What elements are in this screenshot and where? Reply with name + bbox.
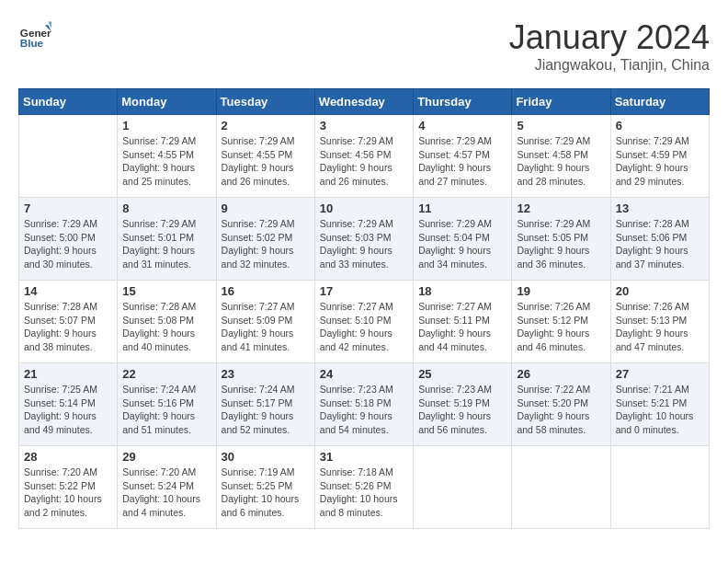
day-info: Sunrise: 7:24 AMSunset: 5:17 PMDaylight:… [222, 383, 310, 437]
day-number: 19 [517, 284, 605, 298]
weekday-header: Saturday [610, 89, 709, 115]
calendar-week-row: 14Sunrise: 7:28 AMSunset: 5:07 PMDayligh… [19, 281, 710, 363]
weekday-row: SundayMondayTuesdayWednesdayThursdayFrid… [19, 89, 710, 115]
calendar-body: 1Sunrise: 7:29 AMSunset: 4:55 PMDaylight… [19, 115, 710, 529]
day-number: 6 [616, 119, 704, 132]
day-number: 2 [222, 119, 310, 132]
day-number: 13 [616, 201, 704, 215]
day-number: 20 [616, 284, 704, 298]
calendar-cell: 30Sunrise: 7:19 AMSunset: 5:25 PMDayligh… [216, 446, 314, 529]
weekday-header: Thursday [414, 89, 512, 115]
calendar-cell: 22Sunrise: 7:24 AMSunset: 5:16 PMDayligh… [118, 363, 216, 446]
day-number: 16 [222, 284, 310, 298]
calendar-header: SundayMondayTuesdayWednesdayThursdayFrid… [19, 89, 710, 115]
calendar-week-row: 7Sunrise: 7:29 AMSunset: 5:00 PMDaylight… [19, 198, 710, 281]
day-number: 21 [24, 367, 112, 381]
calendar-cell: 8Sunrise: 7:29 AMSunset: 5:01 PMDaylight… [118, 198, 216, 281]
svg-text:Blue: Blue [20, 37, 44, 49]
day-info: Sunrise: 7:29 AMSunset: 4:57 PMDaylight:… [418, 134, 506, 189]
day-info: Sunrise: 7:26 AMSunset: 5:12 PMDaylight:… [517, 300, 605, 354]
day-info: Sunrise: 7:26 AMSunset: 5:13 PMDaylight:… [616, 300, 704, 354]
day-number: 17 [320, 284, 408, 298]
day-info: Sunrise: 7:20 AMSunset: 5:22 PMDaylight:… [24, 465, 112, 520]
calendar-cell: 9Sunrise: 7:29 AMSunset: 5:02 PMDaylight… [216, 198, 314, 281]
weekday-header: Friday [512, 89, 610, 115]
day-number: 8 [122, 201, 210, 215]
calendar-cell: 10Sunrise: 7:29 AMSunset: 5:03 PMDayligh… [314, 198, 413, 281]
day-number: 25 [418, 367, 506, 381]
calendar-cell: 20Sunrise: 7:26 AMSunset: 5:13 PMDayligh… [610, 281, 709, 363]
day-info: Sunrise: 7:25 AMSunset: 5:14 PMDaylight:… [24, 383, 112, 437]
day-info: Sunrise: 7:29 AMSunset: 5:00 PMDaylight:… [24, 217, 112, 271]
calendar-cell: 4Sunrise: 7:29 AMSunset: 4:57 PMDaylight… [414, 115, 512, 198]
calendar-cell [610, 446, 709, 529]
day-number: 12 [517, 201, 605, 215]
calendar-cell: 13Sunrise: 7:28 AMSunset: 5:06 PMDayligh… [610, 198, 709, 281]
day-info: Sunrise: 7:28 AMSunset: 5:08 PMDaylight:… [122, 300, 210, 354]
calendar-cell: 16Sunrise: 7:27 AMSunset: 5:09 PMDayligh… [216, 281, 314, 363]
day-number: 18 [418, 284, 506, 298]
calendar-cell [414, 446, 512, 529]
logo-icon: General Blue [18, 18, 51, 52]
day-info: Sunrise: 7:28 AMSunset: 5:06 PMDaylight:… [616, 217, 704, 271]
calendar-cell: 1Sunrise: 7:29 AMSunset: 4:55 PMDaylight… [118, 115, 216, 198]
day-number: 27 [616, 367, 704, 381]
day-info: Sunrise: 7:22 AMSunset: 5:20 PMDaylight:… [517, 383, 605, 437]
day-info: Sunrise: 7:27 AMSunset: 5:09 PMDaylight:… [222, 300, 310, 354]
day-number: 29 [122, 450, 210, 464]
day-info: Sunrise: 7:29 AMSunset: 5:01 PMDaylight:… [122, 217, 210, 271]
calendar-cell: 19Sunrise: 7:26 AMSunset: 5:12 PMDayligh… [512, 281, 610, 363]
calendar-cell: 23Sunrise: 7:24 AMSunset: 5:17 PMDayligh… [216, 363, 314, 446]
calendar-cell: 21Sunrise: 7:25 AMSunset: 5:14 PMDayligh… [19, 363, 118, 446]
day-info: Sunrise: 7:20 AMSunset: 5:24 PMDaylight:… [122, 465, 210, 520]
day-number: 26 [517, 367, 605, 381]
day-number: 9 [222, 201, 310, 215]
day-info: Sunrise: 7:27 AMSunset: 5:11 PMDaylight:… [418, 300, 506, 354]
calendar-cell: 17Sunrise: 7:27 AMSunset: 5:10 PMDayligh… [314, 281, 413, 363]
calendar-cell: 15Sunrise: 7:28 AMSunset: 5:08 PMDayligh… [118, 281, 216, 363]
day-number: 30 [222, 450, 310, 464]
day-number: 22 [122, 367, 210, 381]
day-number: 23 [222, 367, 310, 381]
day-number: 3 [320, 119, 408, 132]
day-number: 10 [320, 201, 408, 215]
day-info: Sunrise: 7:23 AMSunset: 5:19 PMDaylight:… [418, 383, 506, 437]
calendar-cell: 5Sunrise: 7:29 AMSunset: 4:58 PMDaylight… [512, 115, 610, 198]
calendar-cell: 28Sunrise: 7:20 AMSunset: 5:22 PMDayligh… [19, 446, 118, 529]
calendar-cell: 3Sunrise: 7:29 AMSunset: 4:56 PMDaylight… [314, 115, 413, 198]
weekday-header: Wednesday [314, 89, 413, 115]
day-info: Sunrise: 7:29 AMSunset: 4:58 PMDaylight:… [517, 134, 605, 189]
calendar-cell: 6Sunrise: 7:29 AMSunset: 4:59 PMDaylight… [610, 115, 709, 198]
day-number: 14 [24, 284, 112, 298]
calendar-week-row: 28Sunrise: 7:20 AMSunset: 5:22 PMDayligh… [19, 446, 710, 529]
calendar-cell: 27Sunrise: 7:21 AMSunset: 5:21 PMDayligh… [610, 363, 709, 446]
calendar-cell [19, 115, 118, 198]
calendar-cell: 2Sunrise: 7:29 AMSunset: 4:55 PMDaylight… [216, 115, 314, 198]
calendar-table: SundayMondayTuesdayWednesdayThursdayFrid… [18, 88, 710, 529]
calendar-cell: 18Sunrise: 7:27 AMSunset: 5:11 PMDayligh… [414, 281, 512, 363]
calendar-cell: 12Sunrise: 7:29 AMSunset: 5:05 PMDayligh… [512, 198, 610, 281]
calendar-title: January 2024 [509, 18, 710, 57]
title-block: January 2024 Jiangwakou, Tianjin, China [509, 18, 710, 74]
calendar-cell: 26Sunrise: 7:22 AMSunset: 5:20 PMDayligh… [512, 363, 610, 446]
day-info: Sunrise: 7:29 AMSunset: 4:59 PMDaylight:… [616, 134, 704, 189]
calendar-week-row: 21Sunrise: 7:25 AMSunset: 5:14 PMDayligh… [19, 363, 710, 446]
day-info: Sunrise: 7:18 AMSunset: 5:26 PMDaylight:… [320, 465, 408, 520]
day-info: Sunrise: 7:29 AMSunset: 5:03 PMDaylight:… [320, 217, 408, 271]
day-number: 4 [418, 119, 506, 132]
day-info: Sunrise: 7:28 AMSunset: 5:07 PMDaylight:… [24, 300, 112, 354]
calendar-cell: 14Sunrise: 7:28 AMSunset: 5:07 PMDayligh… [19, 281, 118, 363]
day-number: 24 [320, 367, 408, 381]
calendar-cell [512, 446, 610, 529]
calendar-cell: 7Sunrise: 7:29 AMSunset: 5:00 PMDaylight… [19, 198, 118, 281]
calendar-week-row: 1Sunrise: 7:29 AMSunset: 4:55 PMDaylight… [19, 115, 710, 198]
day-info: Sunrise: 7:29 AMSunset: 5:02 PMDaylight:… [222, 217, 310, 271]
day-number: 1 [122, 119, 210, 132]
calendar-cell: 25Sunrise: 7:23 AMSunset: 5:19 PMDayligh… [414, 363, 512, 446]
day-info: Sunrise: 7:27 AMSunset: 5:10 PMDaylight:… [320, 300, 408, 354]
day-info: Sunrise: 7:23 AMSunset: 5:18 PMDaylight:… [320, 383, 408, 437]
weekday-header: Monday [118, 89, 216, 115]
day-info: Sunrise: 7:24 AMSunset: 5:16 PMDaylight:… [122, 383, 210, 437]
calendar-cell: 31Sunrise: 7:18 AMSunset: 5:26 PMDayligh… [314, 446, 413, 529]
calendar-cell: 11Sunrise: 7:29 AMSunset: 5:04 PMDayligh… [414, 198, 512, 281]
